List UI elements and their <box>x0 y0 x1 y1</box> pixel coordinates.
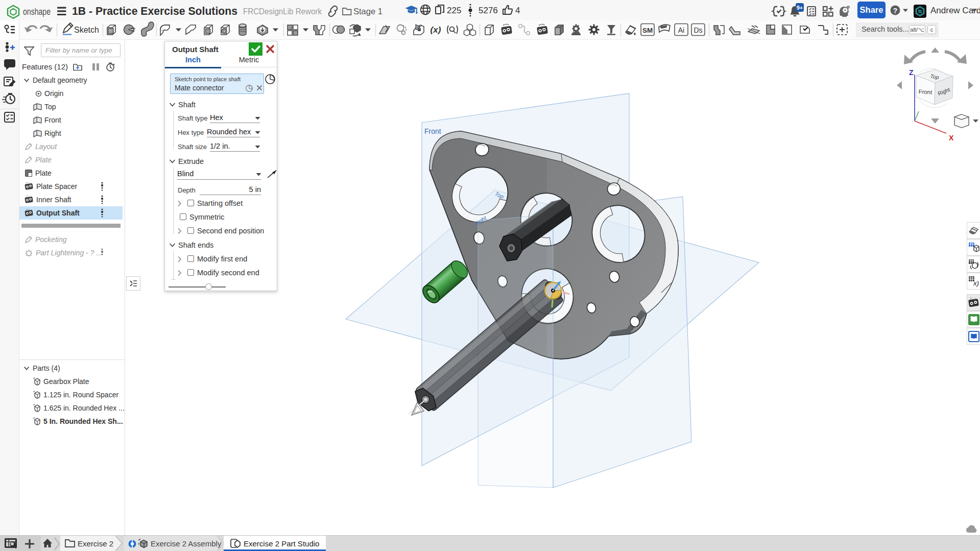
svg-text:x): x) <box>973 279 979 287</box>
svg-text:Z: Z <box>909 68 914 77</box>
svg-text:Ai: Ai <box>678 26 684 34</box>
svg-text:FRCDesignLib Rework: FRCDesignLib Rework <box>243 7 322 16</box>
svg-text:onshape: onshape <box>23 7 51 17</box>
svg-text:Front: Front <box>424 127 441 135</box>
svg-text:?: ? <box>893 7 898 15</box>
svg-text:5276: 5276 <box>479 6 498 15</box>
svg-text:Andrew Card: Andrew Card <box>930 6 980 15</box>
svg-text:9+: 9+ <box>797 5 803 11</box>
svg-text:Search tools...: Search tools... <box>862 25 909 33</box>
svg-text:alt/⌥: alt/⌥ <box>910 27 924 33</box>
svg-text:SM: SM <box>642 27 653 34</box>
svg-text:Stage 1: Stage 1 <box>353 7 383 16</box>
svg-text:Sketch: Sketch <box>74 26 99 34</box>
svg-text:X: X <box>949 134 954 142</box>
svg-text:225: 225 <box>447 6 461 15</box>
svg-text:1B - Practice Exercise Solutio: 1B - Practice Exercise Solutions <box>72 5 237 17</box>
svg-text:Front: Front <box>918 88 933 95</box>
svg-text:Ds: Ds <box>694 26 702 34</box>
svg-text:c: c <box>930 27 934 33</box>
svg-text:(x): (x) <box>431 25 441 35</box>
svg-text:4: 4 <box>515 6 520 15</box>
